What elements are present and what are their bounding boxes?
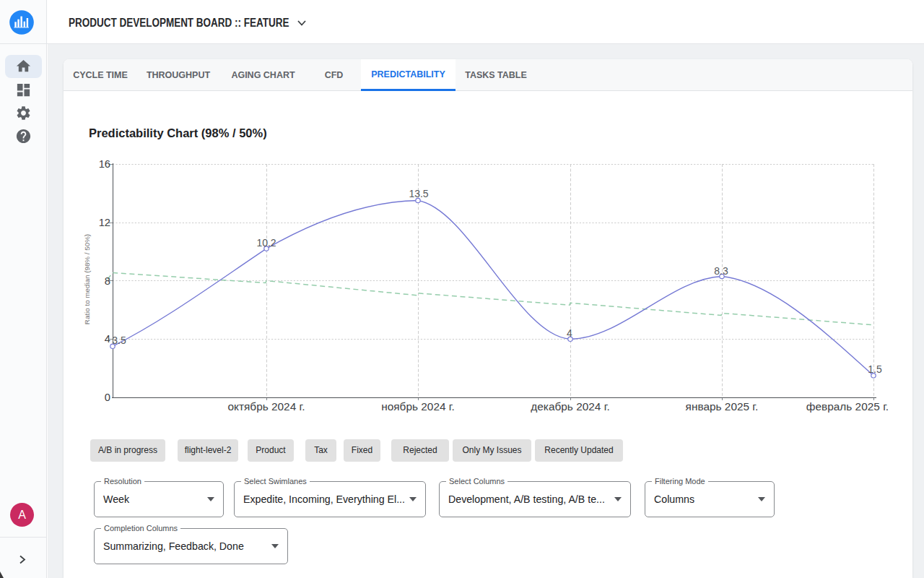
svg-text:8.3: 8.3 xyxy=(714,265,728,277)
svg-text:10.2: 10.2 xyxy=(256,237,276,249)
svg-text:январь 2025 г.: январь 2025 г. xyxy=(686,400,759,413)
svg-text:октябрь 2024 г.: октябрь 2024 г. xyxy=(227,400,305,413)
svg-text:февраль 2025 г.: февраль 2025 г. xyxy=(806,400,889,413)
svg-text:3.5: 3.5 xyxy=(112,335,126,346)
svg-text:4: 4 xyxy=(567,327,572,339)
svg-text:ноябрь 2024 г.: ноябрь 2024 г. xyxy=(381,400,455,413)
svg-text:0: 0 xyxy=(105,392,110,403)
svg-text:13.5: 13.5 xyxy=(409,188,428,199)
svg-text:декабрь 2024 г.: декабрь 2024 г. xyxy=(531,400,609,413)
svg-text:4: 4 xyxy=(105,333,110,345)
svg-text:12: 12 xyxy=(99,217,110,228)
svg-text:1.5: 1.5 xyxy=(868,363,882,375)
svg-text:16: 16 xyxy=(99,158,110,170)
svg-text:8: 8 xyxy=(105,275,110,287)
svg-text:Ratio to median (98% / 50%): Ratio to median (98% / 50%) xyxy=(83,234,91,324)
